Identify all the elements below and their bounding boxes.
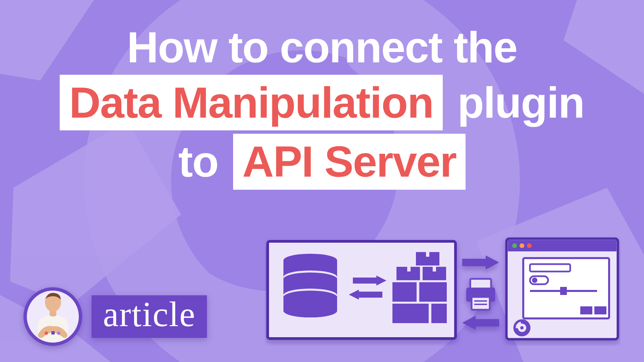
svg-point-9 [45,331,48,335]
title-line-3-head: to [178,138,218,186]
svg-marker-34 [486,255,499,269]
svg-rect-26 [433,267,436,272]
title-line-2-highlight: Data Manipulation [60,75,442,130]
svg-rect-31 [392,304,429,323]
svg-rect-35 [470,279,491,289]
svg-marker-41 [462,316,476,330]
hero-title: How to connect the Data Manipulation plu… [37,20,607,193]
svg-rect-24 [426,252,429,257]
arrow-right-icon [462,255,499,269]
svg-rect-32 [431,304,447,323]
title-line-1: How to connect the [127,23,517,72]
svg-point-44 [512,243,517,248]
svg-point-50 [532,278,537,283]
svg-point-15 [283,273,337,286]
svg-rect-54 [594,306,606,314]
architecture-diagram [265,235,621,346]
svg-rect-33 [462,259,486,266]
database-icon [283,254,337,317]
svg-point-45 [520,243,524,248]
svg-point-46 [527,243,532,248]
svg-rect-21 [359,292,382,298]
svg-rect-52 [560,287,567,295]
article-badge: article [92,295,207,338]
arrow-left-icon [462,316,499,330]
svg-rect-40 [476,319,499,326]
hero-banner: How to connect the Data Manipulation plu… [0,0,644,362]
svg-rect-19 [353,278,376,284]
svg-point-11 [57,331,60,335]
author-row: article [23,287,207,346]
svg-rect-53 [580,306,592,314]
title-line-3-highlight: API Server [233,134,466,189]
svg-point-17 [283,291,337,304]
printer-icon [466,279,495,310]
svg-point-56 [520,326,524,329]
svg-rect-29 [392,282,417,302]
form-panel-icon [523,258,609,318]
svg-rect-28 [407,267,411,272]
author-avatar [23,287,82,346]
title-line-2-tail: plugin [458,79,584,127]
svg-rect-37 [472,297,490,310]
svg-rect-10 [51,331,55,335]
svg-point-18 [283,304,337,317]
svg-rect-30 [419,282,447,302]
